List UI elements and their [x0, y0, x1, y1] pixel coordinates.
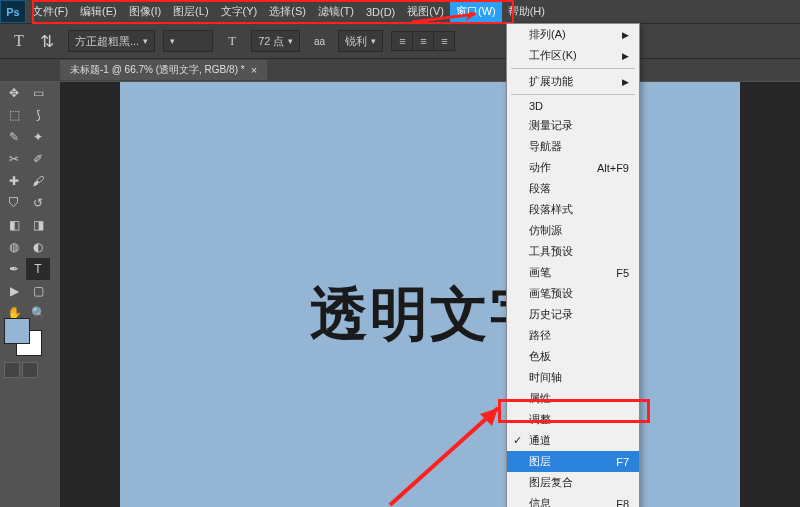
menu-item-label: 图层复合: [529, 475, 573, 490]
menu-item-排列(A)[interactable]: 排列(A)▶: [507, 24, 639, 45]
brush-tool[interactable]: 🖌: [26, 170, 50, 192]
menu-文件[interactable]: 文件(F): [26, 0, 74, 23]
font-style-select[interactable]: ▾: [163, 30, 213, 52]
eraser-tool[interactable]: ◧: [2, 214, 26, 236]
menu-item-label: 段落样式: [529, 202, 573, 217]
app-logo: Ps: [0, 0, 26, 23]
font-size-select[interactable]: 72 点▾: [251, 30, 300, 52]
menu-item-label: 画笔预设: [529, 286, 573, 301]
crop-tool[interactable]: ✂: [2, 148, 26, 170]
color-swatches[interactable]: [4, 318, 46, 344]
menu-item-label: 工具预设: [529, 244, 573, 259]
antialias-select[interactable]: 锐利▾: [338, 30, 383, 52]
quick-select-tool[interactable]: ✎: [2, 126, 26, 148]
menu-item-图层复合[interactable]: 图层复合: [507, 472, 639, 493]
menu-item-导航器[interactable]: 导航器: [507, 136, 639, 157]
menu-item-图层[interactable]: 图层F7: [507, 451, 639, 472]
menu-item-label: 段落: [529, 181, 551, 196]
rectangle-tool[interactable]: ▢: [26, 280, 50, 302]
menu-item-色板[interactable]: 色板: [507, 346, 639, 367]
menu-编辑[interactable]: 编辑(E): [74, 0, 123, 23]
menu-视图[interactable]: 视图(V): [401, 0, 450, 23]
chevron-down-icon: ▾: [371, 36, 376, 46]
menu-item-通道[interactable]: ✓通道: [507, 430, 639, 451]
menu-item-画笔预设[interactable]: 画笔预设: [507, 283, 639, 304]
menu-item-label: 色板: [529, 349, 551, 364]
menu-item-label: 图层: [529, 454, 551, 469]
menu-item-label: 路径: [529, 328, 551, 343]
window-menu-dropdown: 排列(A)▶工作区(K)▶扩展功能▶3D测量记录导航器动作Alt+F9段落段落样…: [506, 23, 640, 507]
menu-item-仿制源[interactable]: 仿制源: [507, 220, 639, 241]
menu-shortcut: F8: [616, 498, 629, 508]
tool-preset-text-icon[interactable]: T: [8, 30, 30, 52]
submenu-arrow-icon: ▶: [622, 77, 629, 87]
foreground-color[interactable]: [4, 318, 30, 344]
align-left-button[interactable]: ≡: [392, 32, 412, 50]
menu-item-测量记录[interactable]: 测量记录: [507, 115, 639, 136]
close-icon[interactable]: ×: [251, 64, 257, 76]
stamp-tool[interactable]: ⛉: [2, 192, 26, 214]
menu-item-label: 历史记录: [529, 307, 573, 322]
menu-item-属性[interactable]: 属性: [507, 388, 639, 409]
submenu-arrow-icon: ▶: [622, 30, 629, 40]
eyedropper-tool[interactable]: ✐: [26, 148, 50, 170]
menu-选择[interactable]: 选择(S): [263, 0, 312, 23]
menu-item-时间轴[interactable]: 时间轴: [507, 367, 639, 388]
move-tool[interactable]: ✥: [2, 82, 26, 104]
magic-wand-tool[interactable]: ✦: [26, 126, 50, 148]
menu-item-label: 属性: [529, 391, 551, 406]
artboard-tool[interactable]: ▭: [26, 82, 50, 104]
pen-tool[interactable]: ✒: [2, 258, 26, 280]
menu-item-画笔[interactable]: 画笔F5: [507, 262, 639, 283]
quick-mask-row: [4, 362, 38, 378]
svg-text:⇅: ⇅: [40, 31, 54, 51]
menu-shortcut: Alt+F9: [597, 162, 629, 174]
text-orientation-icon[interactable]: ⇅: [38, 30, 60, 52]
menu-item-label: 工作区(K): [529, 48, 577, 63]
menu-item-信息[interactable]: 信息F8: [507, 493, 639, 507]
menu-item-3D[interactable]: 3D: [507, 97, 639, 115]
path-select-tool[interactable]: ▶: [2, 280, 26, 302]
screen-mode-icon[interactable]: [22, 362, 38, 378]
menu-滤镜[interactable]: 滤镜(T): [312, 0, 360, 23]
menu-文字[interactable]: 文字(Y): [215, 0, 264, 23]
document-title: 未标题-1 @ 66.7% (透明文字, RGB/8) *: [70, 63, 245, 77]
font-size-icon: T: [221, 30, 243, 52]
menu-item-label: 时间轴: [529, 370, 562, 385]
menu-item-label: 测量记录: [529, 118, 573, 133]
menu-shortcut: F7: [616, 456, 629, 468]
gradient-tool[interactable]: ◨: [26, 214, 50, 236]
history-brush-tool[interactable]: ↺: [26, 192, 50, 214]
align-center-button[interactable]: ≡: [413, 32, 433, 50]
menu-图像[interactable]: 图像(I): [123, 0, 167, 23]
blur-tool[interactable]: ◍: [2, 236, 26, 258]
menu-item-段落样式[interactable]: 段落样式: [507, 199, 639, 220]
menu-item-label: 动作: [529, 160, 551, 175]
dodge-tool[interactable]: ◐: [26, 236, 50, 258]
menu-3d[interactable]: 3D(D): [360, 0, 401, 23]
quick-mask-icon[interactable]: [4, 362, 20, 378]
lasso-tool[interactable]: ⟆: [26, 104, 50, 126]
marquee-tool[interactable]: ⬚: [2, 104, 26, 126]
document-tab[interactable]: 未标题-1 @ 66.7% (透明文字, RGB/8) * ×: [60, 60, 267, 80]
menu-item-label: 画笔: [529, 265, 551, 280]
menu-item-扩展功能[interactable]: 扩展功能▶: [507, 71, 639, 92]
menu-item-段落[interactable]: 段落: [507, 178, 639, 199]
menu-窗口[interactable]: 窗口(W): [450, 0, 502, 23]
align-right-button[interactable]: ≡: [434, 32, 454, 50]
font-family-select[interactable]: 方正超粗黑...▾: [68, 30, 155, 52]
type-tool[interactable]: T: [26, 258, 50, 280]
menu-item-label: 导航器: [529, 139, 562, 154]
menu-separator: [511, 68, 635, 69]
menu-item-历史记录[interactable]: 历史记录: [507, 304, 639, 325]
menu-item-工具预设[interactable]: 工具预设: [507, 241, 639, 262]
menu-item-工作区(K)[interactable]: 工作区(K)▶: [507, 45, 639, 66]
menu-图层[interactable]: 图层(L): [167, 0, 214, 23]
menu-item-label: 调整: [529, 412, 551, 427]
menu-item-调整[interactable]: 调整: [507, 409, 639, 430]
menu-item-路径[interactable]: 路径: [507, 325, 639, 346]
menu-帮助[interactable]: 帮助(H): [502, 0, 551, 23]
healing-tool[interactable]: ✚: [2, 170, 26, 192]
menu-item-动作[interactable]: 动作Alt+F9: [507, 157, 639, 178]
document-canvas[interactable]: 透明文字: [120, 82, 740, 507]
